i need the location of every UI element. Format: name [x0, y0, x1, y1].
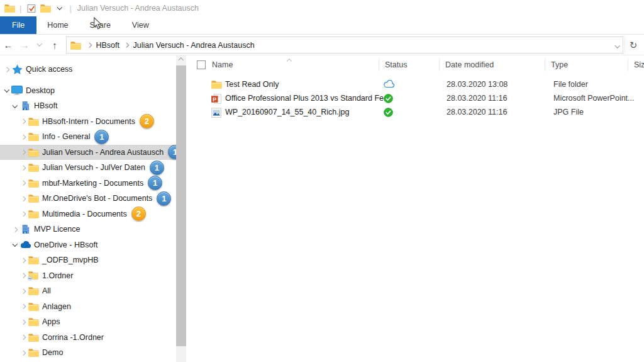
star-icon [11, 64, 23, 74]
file-list-pane: Name Status Date modified Type Size Test… [189, 55, 644, 362]
count-badge: 1 [168, 145, 176, 159]
folder-icon [27, 132, 40, 141]
recent-locations-chevron[interactable] [33, 43, 47, 47]
up-arrow[interactable]: ↑ [47, 37, 63, 53]
sidebar-item-all[interactable]: All [0, 283, 176, 299]
sidebar-item-info-general[interactable]: Info - General 1 [0, 129, 176, 145]
sidebar-item-odfb-mvphb[interactable]: _ODFB_mvpHB [0, 252, 176, 268]
tree-expander-chevron[interactable] [19, 181, 27, 185]
tree-expander-chevron[interactable] [11, 243, 19, 247]
sidebar-item-julian-versuch-andrea-austausch[interactable]: Julian Versuch - Andrea Austausch 1 [0, 145, 176, 161]
tree-expander-chevron[interactable] [19, 150, 27, 154]
sidebar-item-julian-versuch-julver-daten[interactable]: Julian Versuch - JulVer Daten 1 [0, 160, 176, 176]
tab-file[interactable]: File [0, 16, 36, 34]
scrollbar-thumb[interactable] [176, 65, 186, 346]
sidebar-item-1-ordner[interactable]: 1.Ordner [0, 268, 176, 284]
column-header-name[interactable]: Name [212, 60, 233, 69]
breadcrumb-chevron-icon[interactable] [124, 43, 129, 48]
tree-expander-chevron[interactable] [3, 89, 11, 93]
sidebar-item-demo[interactable]: Demo [0, 345, 176, 361]
cloud-icon [19, 240, 31, 249]
sidebar-item-corrina-1-ordner[interactable]: Corrina -1.Ordner [0, 330, 176, 346]
status-online-only-icon [384, 80, 394, 90]
folder-icon [27, 179, 40, 188]
column-header-size[interactable]: Size [634, 60, 644, 69]
qat-customize-caret[interactable] [52, 2, 66, 14]
sidebar-item-multimedia-documents[interactable]: Multimedia - Documents 2 [0, 206, 176, 222]
scrollbar-up-arrow[interactable] [176, 55, 186, 65]
tree-expander-chevron[interactable] [11, 105, 19, 108]
tree-expander-chevron[interactable] [19, 290, 27, 293]
tree-expander-chevron[interactable] [19, 259, 27, 263]
tree-item-label: Corrina -1.Ordner [42, 330, 104, 345]
tree-expander-chevron[interactable] [19, 274, 27, 278]
sidebar-item-hbsoft-intern-documents[interactable]: HBsoft-Intern - Documents 2 [0, 114, 176, 130]
column-separator[interactable] [545, 59, 545, 71]
column-separator[interactable] [439, 59, 440, 71]
file-name[interactable]: Test Read Only [225, 80, 279, 89]
sidebar-item-desktop[interactable]: Desktop [0, 83, 176, 99]
tree-item-label: Info - General [42, 129, 90, 144]
file-rows: Test Read Only 28.03.2020 13:08 File fol… [189, 78, 644, 120]
back-arrow[interactable]: ← [0, 37, 16, 53]
tree-expander-chevron[interactable] [19, 120, 27, 123]
column-header-status[interactable]: Status [385, 60, 407, 69]
address-dropdown-chevron[interactable] [616, 40, 619, 51]
folder-icon [27, 348, 40, 357]
tree-item-label: 1.Ordner [42, 268, 73, 283]
tree-item-label: mbuf-Marketing - Documents [42, 176, 143, 191]
tree-expander-chevron[interactable] [19, 320, 27, 324]
file-row[interactable]: WP_20160907_14_55_40_Rich.jpg 28.03.2020… [189, 106, 644, 120]
sidebar-item-anlagen[interactable]: Anlagen [0, 299, 176, 315]
tab-share[interactable]: Share [79, 16, 121, 34]
breadcrumb-segment-current[interactable]: Julian Versuch - Andrea Austausch [133, 41, 255, 50]
file-date-modified: 28.03.2020 11:16 [447, 94, 507, 103]
sidebar-item-mbuf-marketing-documents[interactable]: mbuf-Marketing - Documents 1 [0, 176, 176, 191]
tab-view[interactable]: View [121, 16, 160, 34]
file-date-modified: 28.03.2020 13:08 [447, 80, 508, 89]
tree-expander-chevron[interactable] [19, 336, 27, 339]
sidebar-item-quick-access[interactable]: Quick access [0, 62, 176, 77]
titlebar-separator: | [19, 4, 21, 13]
tree-item-label: Demo [42, 345, 63, 360]
address-bar[interactable]: HBsoft Julian Versuch - Andrea Austausch [66, 37, 623, 54]
file-row[interactable]: P Office Professional Plus 2013 vs Stand… [189, 92, 644, 106]
column-separator[interactable] [379, 59, 379, 71]
sidebar-item-onedrive-hbsoft[interactable]: OneDrive - HBsoft [0, 237, 176, 253]
sidebar-item-mr-onedrive-s-bot-documents[interactable]: Mr.OneDrive's Bot - Documents 1 [0, 191, 176, 206]
ribbon-tab-bar: File Home Share View [0, 16, 644, 35]
column-separator[interactable] [628, 59, 628, 71]
file-name[interactable]: Office Professional Plus 2013 vs Standar… [225, 94, 390, 103]
folder-icon [27, 317, 40, 326]
tree-expander-chevron[interactable] [19, 135, 27, 139]
tree-expander-chevron[interactable] [19, 351, 27, 355]
tree-expander-chevron[interactable] [19, 305, 27, 308]
count-badge: 2 [140, 114, 154, 128]
count-badge: 1 [150, 161, 164, 175]
refresh-icon[interactable]: ↻ [625, 37, 641, 54]
sidebar-item-apps[interactable]: Apps [0, 314, 176, 330]
breadcrumb-chevron-icon[interactable] [87, 43, 92, 48]
tree-expander-chevron[interactable] [19, 212, 27, 216]
new-folder-icon[interactable] [38, 2, 52, 14]
column-header-date[interactable]: Date modified [445, 60, 494, 69]
tree-expander-chevron[interactable] [19, 166, 27, 170]
tree-item-label: Apps [42, 314, 60, 329]
tree-expander-chevron[interactable] [19, 197, 27, 201]
sidebar-item-mvp-licence[interactable]: MVP Licence [0, 222, 176, 237]
count-badge: 2 [131, 206, 146, 221]
file-name[interactable]: WP_20160907_14_55_40_Rich.jpg [225, 108, 349, 116]
folder-icon [27, 117, 40, 126]
properties-check-icon[interactable] [25, 2, 38, 14]
tab-home[interactable]: Home [36, 16, 79, 34]
count-badge: 1 [157, 191, 171, 206]
select-all-checkbox[interactable] [197, 60, 206, 69]
tree-expander-chevron[interactable] [3, 68, 11, 72]
forward-arrow[interactable]: → [16, 37, 33, 53]
sidebar-item-hbsoft[interactable]: HBsoft [0, 98, 176, 114]
sidebar-scrollbar[interactable] [176, 55, 186, 362]
breadcrumb-segment-hbsoft[interactable]: HBsoft [96, 41, 120, 50]
tree-expander-chevron[interactable] [11, 228, 19, 232]
column-header-type[interactable]: Type [551, 60, 568, 69]
file-row[interactable]: Test Read Only 28.03.2020 13:08 File fol… [189, 78, 644, 92]
